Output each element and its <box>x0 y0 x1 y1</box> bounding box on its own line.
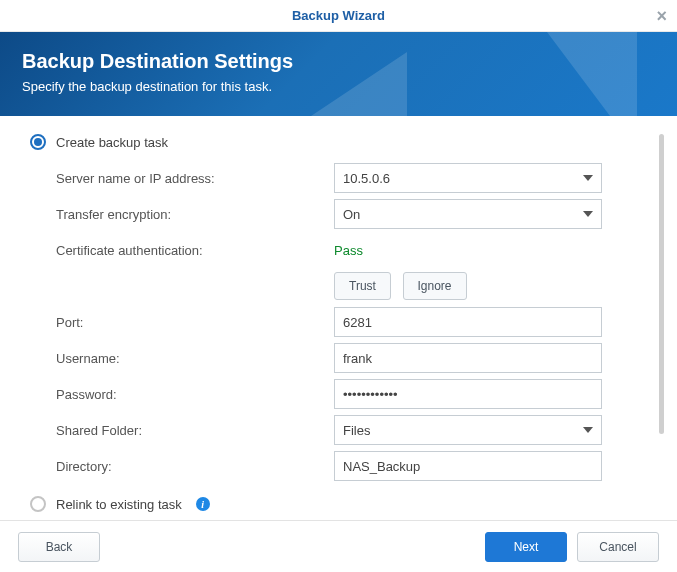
chevron-down-icon <box>583 175 593 181</box>
trust-button[interactable]: Trust <box>334 272 391 300</box>
chevron-down-icon <box>583 427 593 433</box>
radio-create-task-label: Create backup task <box>56 135 168 150</box>
port-label: Port: <box>56 315 334 330</box>
server-select[interactable]: 10.5.0.6 <box>334 163 602 193</box>
encryption-select[interactable]: On <box>334 199 602 229</box>
port-input[interactable] <box>334 307 602 337</box>
info-icon[interactable]: i <box>196 497 210 511</box>
directory-label: Directory: <box>56 459 334 474</box>
cancel-button[interactable]: Cancel <box>577 532 659 562</box>
page-heading: Backup Destination Settings <box>22 50 655 73</box>
server-select-value: 10.5.0.6 <box>343 171 390 186</box>
password-input[interactable] <box>334 379 602 409</box>
window-title: Backup Wizard <box>292 8 385 23</box>
back-button[interactable]: Back <box>18 532 100 562</box>
ignore-button[interactable]: Ignore <box>403 272 467 300</box>
radio-relink-row[interactable]: Relink to existing task i <box>30 496 651 512</box>
titlebar: Backup Wizard × <box>0 0 677 32</box>
shared-folder-select[interactable]: Files <box>334 415 602 445</box>
radio-relink-task-label: Relink to existing task <box>56 497 182 512</box>
cert-auth-status: Pass <box>334 243 363 258</box>
scrollbar[interactable] <box>659 134 664 434</box>
password-label: Password: <box>56 387 334 402</box>
encryption-select-value: On <box>343 207 360 222</box>
page-subheading: Specify the backup destination for this … <box>22 79 655 94</box>
shared-folder-value: Files <box>343 423 370 438</box>
form-body: Create backup task Server name or IP add… <box>0 116 677 488</box>
footer: Back Next Cancel <box>0 520 677 572</box>
username-input[interactable] <box>334 343 602 373</box>
chevron-down-icon <box>583 211 593 217</box>
server-label: Server name or IP address: <box>56 171 334 186</box>
next-button[interactable]: Next <box>485 532 567 562</box>
directory-input[interactable] <box>334 451 602 481</box>
radio-create-task[interactable] <box>30 134 46 150</box>
username-label: Username: <box>56 351 334 366</box>
encryption-label: Transfer encryption: <box>56 207 334 222</box>
close-icon[interactable]: × <box>656 0 667 32</box>
cert-auth-label: Certificate authentication: <box>56 243 334 258</box>
banner: Backup Destination Settings Specify the … <box>0 32 677 116</box>
shared-folder-label: Shared Folder: <box>56 423 334 438</box>
radio-create-task-row[interactable]: Create backup task <box>30 134 651 150</box>
radio-relink-task[interactable] <box>30 496 46 512</box>
